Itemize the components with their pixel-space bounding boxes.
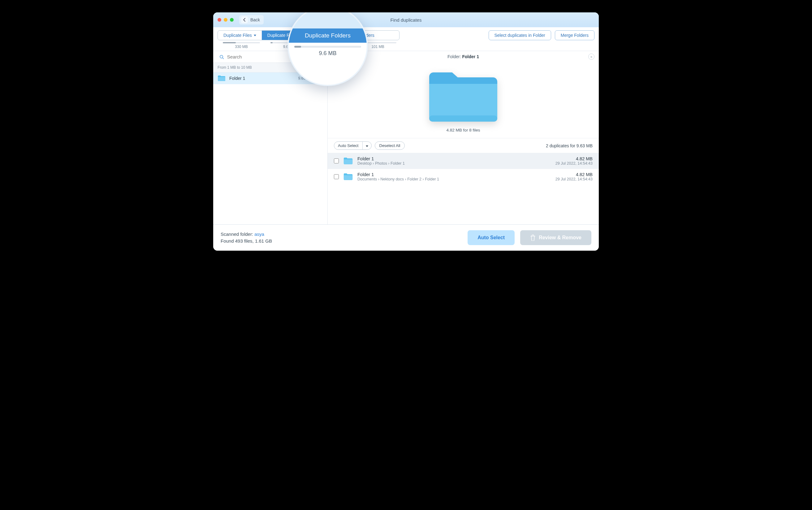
window-title: Find duplicates <box>390 17 422 23</box>
app-window: Back Find duplicates Duplicate Files Dup… <box>213 12 599 251</box>
row-name: Folder 1 <box>357 172 551 177</box>
search-icon <box>220 54 224 59</box>
tab-size: 330 MB <box>235 45 248 49</box>
row-date: 29 Jul 2022, 14:54:43 <box>555 161 592 166</box>
magnified-size: 9.6 MB <box>289 50 367 57</box>
auto-select-button[interactable]: Auto Select <box>468 230 515 245</box>
preview-label: Folder: <box>447 54 461 59</box>
auto-select-dropdown[interactable]: Auto Select <box>334 141 372 150</box>
merge-folders-button[interactable]: Merge Folders <box>555 30 594 40</box>
folder-icon <box>343 173 353 181</box>
review-label: Review & Remove <box>539 235 581 240</box>
titlebar: Back Find duplicates <box>213 12 599 27</box>
tab-size: 101 MB <box>371 45 384 49</box>
duplicate-row[interactable]: Folder 1 Desktop › Photos › Folder 1 4.8… <box>328 153 599 169</box>
folder-name: Folder 1 <box>229 76 294 81</box>
preview-header: Folder: Folder 1 « <box>328 51 599 62</box>
row-size: 4.82 MB <box>555 172 592 177</box>
svg-point-0 <box>220 55 223 58</box>
main-panel: Folder: Folder 1 « 4.82 MB for 8 files A… <box>328 51 599 224</box>
folder-icon <box>426 66 500 125</box>
scan-summary: Scanned folder: asya Found 493 files, 1.… <box>221 231 272 245</box>
footer: Scanned folder: asya Found 493 files, 1.… <box>213 224 599 251</box>
folder-icon <box>343 157 353 165</box>
duplicate-toolbar: Auto Select Deselect All 2 duplicates fo… <box>328 138 599 153</box>
row-date: 29 Jul 2022, 14:54:43 <box>555 177 592 181</box>
folder-icon <box>218 75 226 82</box>
select-duplicates-button[interactable]: Select duplicates in Folder <box>489 30 551 40</box>
tab-duplicate-files[interactable]: Duplicate Files <box>218 31 262 40</box>
scanned-label: Scanned folder: <box>221 231 253 237</box>
found-summary: Found 493 files, 1.61 GB <box>221 238 272 245</box>
tab-label: Duplicate Files <box>224 33 252 38</box>
deselect-all-button[interactable]: Deselect All <box>375 141 405 150</box>
row-path: Documents › Nektony docs › Folder 2 › Fo… <box>357 177 551 181</box>
toolbar: Duplicate Files Duplicate Folders lar Me… <box>213 27 599 51</box>
close-icon[interactable] <box>218 18 221 22</box>
back-label: Back <box>250 17 260 22</box>
collapse-button[interactable]: « <box>588 54 594 60</box>
duplicate-row[interactable]: Folder 1 Documents › Nektony docs › Fold… <box>328 169 599 185</box>
row-checkbox[interactable] <box>334 159 339 163</box>
chevron-left-icon <box>241 17 248 23</box>
scanned-folder-link[interactable]: asya <box>254 231 264 237</box>
svg-rect-2 <box>429 115 497 122</box>
row-path: Desktop › Photos › Folder 1 <box>357 161 551 166</box>
folder-preview: 4.82 MB for 8 files <box>328 62 599 138</box>
trash-icon <box>530 234 536 241</box>
row-size: 4.82 MB <box>555 156 592 161</box>
row-name: Folder 1 <box>357 156 551 161</box>
preview-name: Folder 1 <box>462 54 479 59</box>
duplicate-summary: 2 duplicates for 9.63 MB <box>546 143 592 148</box>
zoom-icon[interactable] <box>230 18 234 22</box>
back-button[interactable]: Back <box>239 15 264 24</box>
auto-select-label: Auto Select <box>334 142 362 149</box>
preview-meta: 4.82 MB for 8 files <box>446 128 480 133</box>
row-checkbox[interactable] <box>334 174 339 179</box>
chevron-down-icon <box>254 35 256 36</box>
chevron-down-icon[interactable] <box>362 142 371 149</box>
review-remove-button[interactable]: Review & Remove <box>520 230 591 245</box>
window-controls <box>218 18 234 22</box>
magnified-tab: Duplicate Folders <box>289 28 367 43</box>
minimize-icon[interactable] <box>224 18 227 22</box>
svg-line-1 <box>223 58 224 59</box>
